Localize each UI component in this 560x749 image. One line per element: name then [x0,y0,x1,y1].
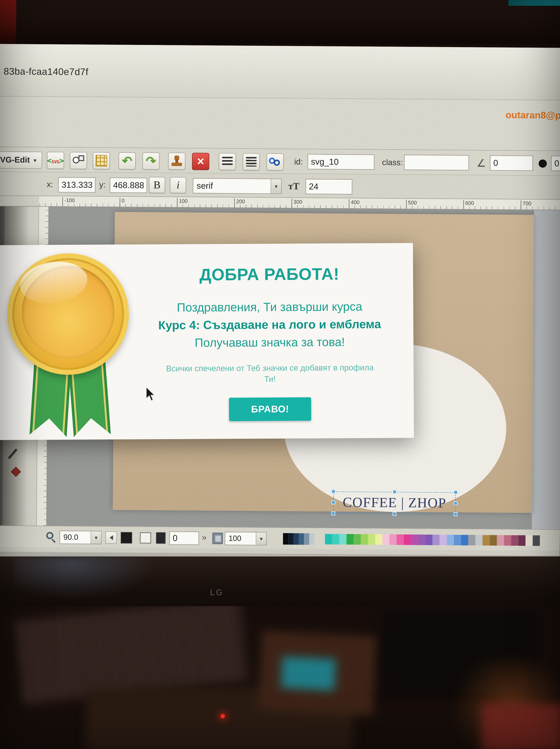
redo-button[interactable]: ↷ [142,152,160,170]
selection-handle[interactable] [454,490,458,494]
shape-tool-icon[interactable] [11,467,21,477]
selection-handle[interactable] [393,490,397,494]
palette-swatch[interactable] [411,534,418,545]
selection-handle[interactable] [393,512,397,516]
palette-swatch[interactable] [447,535,454,545]
power-led [221,714,225,718]
selection-handle[interactable] [332,500,335,504]
selection-handle[interactable] [332,511,335,515]
palette-swatch[interactable] [404,534,411,545]
source-code-button[interactable]: <SVG> [47,152,64,169]
stroke-width-input[interactable] [169,531,199,545]
palette-swatch[interactable] [325,534,332,544]
address-bar[interactable]: 83ba-fcaa140e7d7f [3,66,88,78]
palette-swatch[interactable] [346,534,354,545]
id-input[interactable] [308,154,375,170]
class-label: class: [382,158,403,168]
photo-of-monitor: 83ba-fcaa140e7d7f outaran8@pr VG-Edit ▼ … [0,0,560,749]
palette-swatch[interactable] [425,535,432,545]
palette-swatch[interactable] [397,534,404,545]
gray-swatch[interactable] [309,533,315,545]
mouse-cursor-icon [144,386,157,404]
selection-box[interactable] [333,492,456,514]
palette-swatch[interactable] [490,535,497,545]
fill-color-swatch[interactable] [121,532,132,543]
class-input[interactable] [404,155,469,171]
swap-colors-button[interactable] [105,532,117,544]
undo-button[interactable]: ↶ [118,152,136,170]
palette-swatch[interactable] [354,534,361,545]
gray-swatch[interactable] [283,533,288,545]
selection-handle[interactable] [332,490,336,493]
delete-button[interactable]: ✕ [192,153,209,170]
align-bottom-button[interactable] [243,153,260,170]
selection-handle[interactable] [454,501,457,505]
font-size-icon: тT [288,180,299,192]
badge-medal-image [4,252,134,435]
stroke-color-swatch[interactable] [140,532,151,543]
link-button[interactable] [266,153,284,171]
gray-swatch[interactable] [294,533,299,545]
palette-swatch[interactable] [382,534,389,545]
more-options-icon[interactable]: » [202,533,207,542]
zoom-icon[interactable] [46,532,53,539]
clipped-input[interactable] [551,156,560,171]
bravo-button[interactable]: БРАВО! [229,397,311,421]
box-label-blur [281,656,336,691]
selection-handle[interactable] [454,512,457,516]
pencil-tool-icon[interactable] [8,448,18,459]
palette-swatch[interactable] [483,535,490,545]
palette-swatch[interactable] [475,535,483,545]
mode-select-label: VG-Edit [0,155,30,165]
palette-swatch[interactable] [389,534,397,545]
font-family-select[interactable]: serif ▼ [193,178,282,194]
id-label: id: [294,157,303,167]
ruler-tick: 0 [119,198,125,207]
shape-library-button[interactable] [70,152,87,169]
secondary-color-swatch[interactable] [156,532,165,544]
palette-swatch[interactable] [525,535,533,546]
zoom-select[interactable]: 90.0 ▼ [60,531,102,544]
layers-icon[interactable] [212,533,223,544]
italic-button[interactable]: i [170,177,186,193]
palette-swatch[interactable] [339,534,346,545]
close-icon: ✕ [197,156,205,167]
browser-chrome: 83ba-fcaa140e7d7f [0,44,560,101]
palette-swatch[interactable] [533,535,540,546]
palette-swatch[interactable] [518,535,525,546]
y-input[interactable] [110,177,147,193]
y-label: y: [99,180,106,190]
x-input[interactable] [58,177,95,193]
gray-swatch[interactable] [288,533,294,545]
palette-swatch[interactable] [361,534,368,545]
clone-button[interactable] [168,152,185,170]
palette-swatch[interactable] [468,535,475,545]
workspace-right-margin [532,210,560,530]
angle-input[interactable] [490,155,533,171]
palette-swatch[interactable] [375,534,382,545]
palette-swatch[interactable] [454,535,461,545]
mode-select[interactable]: VG-Edit ▼ [0,151,42,169]
ruler-tick: 200 [234,198,245,208]
photo-stage: 83ba-fcaa140e7d7f outaran8@pr VG-Edit ▼ … [0,0,560,749]
palette-swatch[interactable] [461,535,468,545]
font-size-input[interactable] [306,179,353,194]
gray-swatch[interactable] [299,533,304,545]
opacity-select[interactable]: 100 ▼ [225,532,267,545]
blur-color-dot[interactable] [539,159,547,168]
palette-swatch[interactable] [418,535,425,545]
account-email[interactable]: outaran8@pr [506,110,560,121]
dialog-course-name: Курс 4: Създаване на лого и емблема [136,316,404,333]
palette-swatch[interactable] [368,534,375,545]
bottom-toolbar: 90.0 ▼ » 100 ▼ [0,525,560,551]
palette-swatch[interactable] [511,535,518,546]
align-top-button[interactable] [219,153,236,170]
palette-swatch[interactable] [332,534,339,544]
palette-swatch[interactable] [432,535,440,545]
palette-swatch[interactable] [497,535,504,545]
grid-button[interactable] [93,152,110,169]
bold-button[interactable]: B [149,177,165,193]
palette-swatch[interactable] [440,535,447,545]
gray-swatch[interactable] [304,533,309,545]
palette-swatch[interactable] [504,535,511,546]
